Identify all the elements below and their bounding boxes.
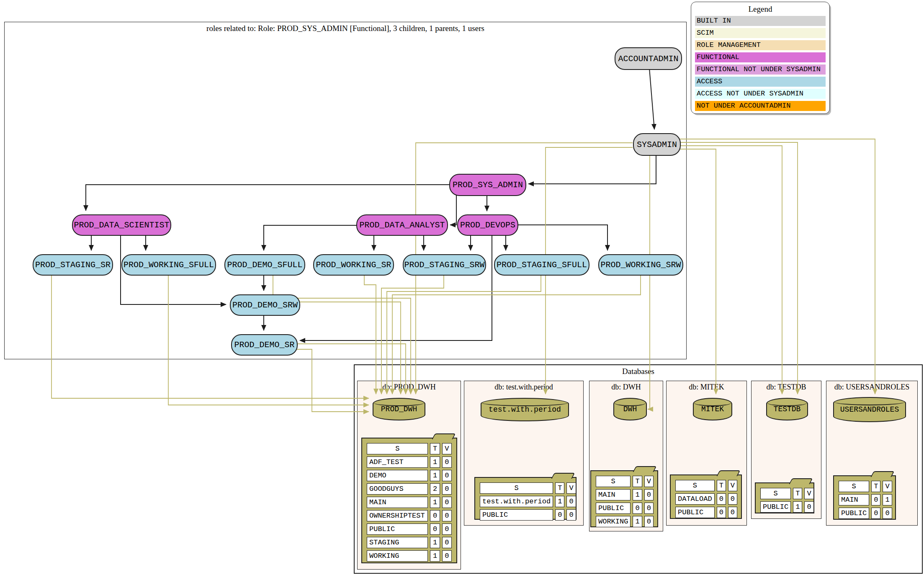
schema-table-mitek: S T V DATALOAD 0 0 PUBLIC 0 0 [670,474,742,519]
node-prod-devops: PROD_DEVOPS [457,214,518,236]
node-prod-staging-srw: PROD_STAGING_SRW [403,254,486,276]
cylinder-usersandroles: USERSANDROLES [833,397,906,422]
node-prod-demo-sfull: PROD_DEMO_SFULL [224,254,305,276]
schema-table-test-with-period: S T V test.with.period 1 0 PUBLIC 0 0 [474,477,577,520]
cylinder-mitek: MITEK [693,398,732,420]
node-prod-demo-sr: PROD_DEMO_SR [231,334,298,356]
folder-tab [432,433,456,439]
cylinder-dwh: DWH [613,398,647,420]
folder-tab [789,478,813,484]
folder-tab [716,470,740,476]
schema-table-testdb: S T V PUBLIC 1 0 [755,482,814,513]
folder-tab [551,473,575,479]
node-prod-working-sfull: PROD_WORKING_SFULL [121,254,216,276]
node-prod-data-analyst: PROD_DATA_ANALYST [356,214,448,236]
cylinder-prod-dwh: PROD_DWH [373,398,425,420]
node-sysadmin: SYSADMIN [633,133,681,156]
node-prod-sys-admin: PROD_SYS_ADMIN [449,174,526,196]
cylinder-testdb: TESTDB [766,398,808,420]
role-graph-diagram: roles related to: Role: PROD_SYS_ADMIN [… [0,0,924,575]
node-accountadmin: ACCOUNTADMIN [615,47,682,70]
cylinder-test-with-period: test.with.period [481,398,569,421]
node-prod-staging-sr: PROD_STAGING_SR [33,254,113,276]
folder-tab [870,471,894,477]
hierarchy-edges [86,68,656,340]
schema-table-prod-dwh: S T V ADF_TEST 1 0 DEMO 1 0 GOODGUYS 2 0… [361,438,457,563]
schema-table-usersandroles: S T V MAIN 0 1 PUBLIC 0 0 [833,475,896,520]
node-prod-working-sr: PROD_WORKING_SR [313,254,394,276]
node-prod-staging-sfull: PROD_STAGING_SFULL [494,254,589,276]
schema-table-dwh: S T V MAIN 1 0 PUBLIC 0 0 WORKING 1 0 [590,470,658,527]
folder-tab [633,466,656,472]
node-prod-data-scientist: PROD_DATA_SCIENTIST [72,214,171,236]
node-prod-working-srw: PROD_WORKING_SRW [598,254,683,276]
node-prod-demo-srw: PROD_DEMO_SRW [230,294,300,316]
